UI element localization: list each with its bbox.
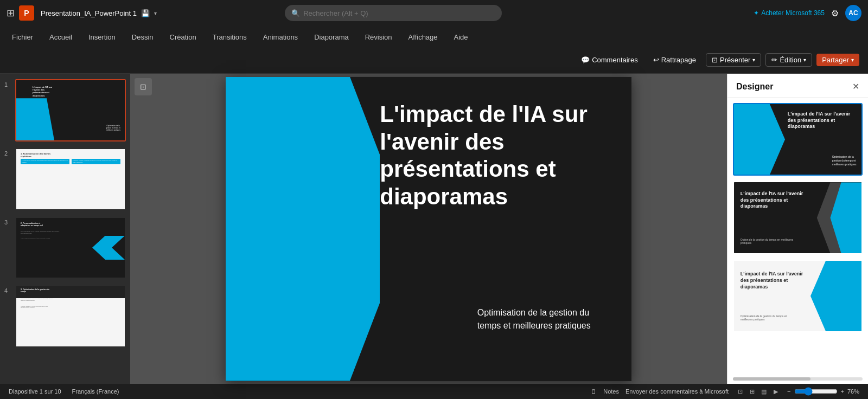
slide-sorter-icon[interactable]: ⊞ (747, 387, 757, 396)
tab-affichage[interactable]: Affichage (401, 30, 445, 46)
app-grid-icon[interactable]: ⊞ (7, 7, 15, 19)
slide-num-3: 3 (4, 217, 12, 226)
autosave-icon[interactable]: 💾 (141, 9, 150, 17)
slide-subtitle[interactable]: Optimisation de la gestion du temps et m… (477, 306, 607, 332)
tab-diaporama[interactable]: Diaporama (307, 30, 356, 46)
right-controls: ✦ Acheter Microsoft 365 ⚙ AC (754, 5, 861, 21)
slide-panel: 1 L'impact de l'IA surl'avenir desprésen… (0, 74, 130, 384)
rattrapage-button[interactable]: ↩ Rattrapage (648, 54, 701, 66)
slide-thumb-2[interactable]: 2 1. Automatisation des tâchesrépétitive… (2, 147, 128, 211)
ms365-icon: ✦ (754, 9, 759, 17)
search-box[interactable]: 🔍 (285, 5, 502, 21)
search-input[interactable] (303, 9, 495, 17)
slideshow-icon[interactable]: ▶ (771, 387, 781, 396)
tab-insertion[interactable]: Insertion (81, 30, 123, 46)
toolbar-left: ⊡ (135, 78, 152, 95)
commentaires-button[interactable]: 💬 Commentaires (576, 54, 643, 66)
tab-revision[interactable]: Révision (358, 30, 400, 46)
comment-icon: 💬 (581, 56, 590, 64)
tab-accueil[interactable]: Accueil (42, 30, 80, 46)
zoom-control: − + 76% (787, 387, 859, 396)
ms365-button[interactable]: ✦ Acheter Microsoft 365 (754, 9, 825, 17)
slide-num-4: 4 (4, 285, 12, 294)
partager-dropdown-icon[interactable]: ▾ (851, 57, 854, 63)
tab-animations[interactable]: Animations (256, 30, 305, 46)
comments-label[interactable]: Envoyer des commentaires à Microsoft (626, 388, 729, 395)
zoom-value[interactable]: 76% (847, 388, 859, 395)
ribbon-tabs: Fichier Accueil Insertion Dessin Créatio… (0, 26, 868, 46)
dropdown-arrow-icon[interactable]: ▾ (154, 10, 157, 16)
tab-transitions[interactable]: Transitions (205, 30, 254, 46)
status-bar: Diapositive 1 sur 10 Français (France) 🗒… (0, 384, 868, 399)
ribbon: Fichier Accueil Insertion Dessin Créatio… (0, 26, 868, 74)
design-option-1[interactable]: L'impact de l'IA sur l'avenir des présen… (733, 103, 863, 176)
rattrapage-icon: ↩ (653, 56, 659, 64)
settings-icon[interactable]: ⚙ (831, 8, 839, 18)
status-right: 🗒 Notes Envoyer des commentaires à Micro… (591, 387, 859, 396)
slide-image-2[interactable]: 1. Automatisation des tâchesrépétitives … (15, 148, 126, 210)
design-option-2[interactable]: L'impact de l'IA sur l'avenir des présen… (733, 181, 863, 254)
notes-label[interactable]: Notes (603, 388, 619, 395)
language-indicator: Français (France) (72, 388, 119, 395)
tab-creation[interactable]: Création (162, 30, 204, 46)
zoom-out-icon[interactable]: − (787, 388, 790, 395)
normal-view-icon[interactable]: ⊡ (735, 387, 745, 396)
slide-main-title[interactable]: L'impact de l'IA sur l'avenir des présen… (380, 101, 603, 210)
designer-options: L'impact de l'IA sur l'avenir des présen… (727, 98, 868, 377)
slide-thumb-3[interactable]: 3 2. Personnalisation etadaptation en te… (2, 216, 128, 280)
present-icon: ⊡ (712, 56, 718, 64)
notes-icon[interactable]: 🗒 (591, 388, 597, 395)
partager-button[interactable]: Partager ▾ (816, 54, 859, 66)
file-title: Presentation_IA_PowerPoint 1 (41, 9, 137, 17)
edit-icon: ✏ (771, 56, 777, 64)
presenter-button[interactable]: ⊡ Présenter ▾ (706, 53, 761, 67)
design-option-3[interactable]: L'impact de l'IA sur l'avenir des présen… (733, 260, 863, 332)
text-box-icon[interactable]: ⊡ (135, 78, 152, 95)
slide-thumb-1[interactable]: 1 L'impact de l'IA surl'avenir desprésen… (2, 78, 128, 143)
title-bar: ⊞ P Presentation_IA_PowerPoint 1 💾 ▾ 🔍 ✦… (0, 0, 868, 26)
edition-dropdown-icon[interactable]: ▾ (803, 57, 806, 63)
tab-dessin[interactable]: Dessin (124, 30, 161, 46)
designer-panel: Designer ✕ L'impact de l'IA sur l'avenir… (727, 74, 868, 384)
zoom-slider[interactable] (794, 387, 838, 396)
designer-close-button[interactable]: ✕ (852, 81, 859, 92)
zoom-in-icon[interactable]: + (841, 388, 844, 395)
tab-fichier[interactable]: Fichier (4, 30, 41, 46)
designer-title: Designer (736, 82, 773, 92)
ribbon-actions: 💬 Commentaires ↩ Rattrapage ⊡ Présenter … (0, 46, 868, 74)
main-content: 1 L'impact de l'IA surl'avenir desprésen… (0, 74, 868, 384)
slide-image-3[interactable]: 2. Personnalisation etadaptation en temp… (15, 217, 126, 279)
view-icons: ⊡ ⊞ ▤ ▶ (735, 387, 781, 396)
slide-thumb-4[interactable]: 4 3. Optimisation de la gestion dutemps … (2, 284, 128, 349)
designer-scrollbar[interactable] (733, 377, 863, 381)
slide-info: Diapositive 1 sur 10 (9, 388, 61, 395)
avatar[interactable]: AC (845, 5, 861, 21)
powerpoint-icon: P (19, 5, 34, 21)
slide-num-2: 2 (4, 148, 12, 157)
canvas-area: ⊡ L'impact de l'IA sur l'avenir des prés… (130, 74, 727, 384)
slide-image-1[interactable]: L'impact de l'IA surl'avenir desprésenta… (15, 79, 126, 141)
reading-view-icon[interactable]: ▤ (759, 387, 769, 396)
tab-aide[interactable]: Aide (446, 30, 476, 46)
slide-num-1: 1 (4, 79, 12, 88)
main-slide[interactable]: L'impact de l'IA sur l'avenir des présen… (226, 77, 631, 381)
edition-button[interactable]: ✏ Édition ▾ (765, 53, 812, 67)
designer-header: Designer ✕ (727, 74, 868, 98)
search-icon: 🔍 (291, 9, 300, 17)
presenter-dropdown-icon[interactable]: ▾ (752, 57, 755, 63)
slide-image-4[interactable]: 3. Optimisation de la gestion dutemps • … (15, 285, 126, 347)
